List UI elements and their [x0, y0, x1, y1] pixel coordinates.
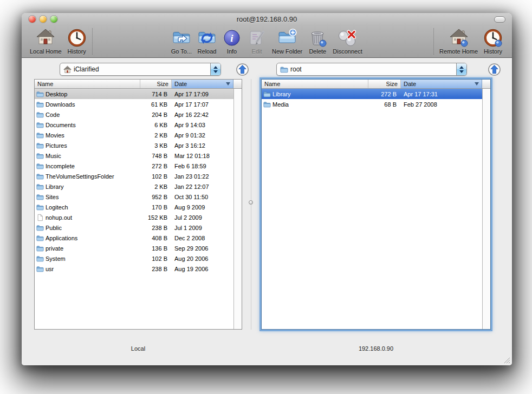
reload-button[interactable]: Reload: [194, 28, 219, 55]
file-date: Aug 9 2009: [172, 204, 233, 211]
house-icon: [36, 28, 55, 48]
home-icon: [63, 65, 72, 74]
history-button[interactable]: History: [64, 28, 89, 55]
file-row[interactable]: Movies2 KBApr 9 01:32: [35, 130, 233, 140]
file-name: Code: [46, 111, 60, 118]
close-button[interactable]: [29, 16, 36, 23]
toolbar-item-label: Remote Home: [439, 48, 478, 55]
file-date: Jan 23 01:22: [172, 173, 233, 180]
titlebar[interactable]: root@192.168.0.90: [22, 13, 512, 25]
file-name: Downloads: [46, 101, 75, 108]
file-row[interactable]: Library272 BApr 17 17:31: [262, 89, 482, 99]
folder-icon: [36, 132, 44, 139]
edit-icon: [247, 28, 267, 48]
file-row[interactable]: Library2 KBJan 22 12:07: [35, 181, 233, 192]
pane-divider-grabber[interactable]: [249, 200, 253, 205]
file-row[interactable]: Incomplete272 BFeb 6 18:59: [35, 161, 233, 171]
file-size: 152 KB: [140, 214, 172, 221]
toolbar-item-label: Reload: [198, 48, 217, 55]
file-row[interactable]: Code204 BApr 16 22:42: [35, 109, 233, 120]
file-date: Oct 30 11:50: [172, 194, 233, 200]
file-name: System: [46, 255, 66, 262]
window-title: root@192.168.0.90: [22, 15, 512, 23]
minimize-button[interactable]: [40, 16, 47, 23]
folder-goto-icon: [172, 28, 191, 48]
file-row[interactable]: Downloads61 KBApr 17 17:07: [35, 99, 233, 109]
local-home-button[interactable]: Local Home: [27, 28, 64, 55]
zoom-button[interactable]: [50, 16, 57, 23]
folder-icon: [280, 65, 288, 74]
column-header-name[interactable]: Name: [35, 80, 140, 88]
remote-up-directory-button[interactable]: [488, 63, 501, 76]
remote-path-select[interactable]: root: [276, 63, 467, 76]
local-path-value: iClarified: [74, 65, 210, 73]
remote-file-list: Library272 BApr 17 17:31Media68 BFeb 27 …: [262, 89, 482, 329]
file-size: 748 B: [140, 153, 172, 159]
folder-icon: [36, 245, 44, 252]
content-area: iClarified root Name Size Date Desktop71…: [22, 58, 512, 365]
new-folder-button[interactable]: New Folder: [269, 28, 305, 55]
column-header-name[interactable]: Name: [262, 80, 368, 88]
folder-icon: [36, 203, 44, 211]
file-size: 2 KB: [140, 183, 172, 190]
disconnect-button[interactable]: Disconnect: [330, 28, 365, 55]
local-file-list: Desktop714 BApr 17 17:09Downloads61 KBAp…: [35, 89, 233, 329]
edit-button[interactable]: Edit: [244, 28, 269, 55]
folder-icon: [36, 224, 44, 232]
file-row[interactable]: Desktop714 BApr 17 17:09: [35, 89, 233, 99]
file-row[interactable]: Public238 BJul 1 2009: [35, 222, 233, 233]
column-header-date[interactable]: Date: [172, 80, 233, 88]
file-row[interactable]: Music748 BMar 12 01:18: [35, 150, 233, 161]
history-button[interactable]: History: [481, 28, 505, 55]
go-to-button[interactable]: Go To...: [168, 28, 194, 55]
folder-icon: [36, 173, 44, 180]
toolbar-toggle-button[interactable]: [494, 16, 505, 23]
local-path-select[interactable]: iClarified: [60, 63, 221, 76]
scrollbar-header-spacer: [482, 80, 490, 88]
file-row[interactable]: Sites952 BOct 30 11:50: [35, 192, 233, 202]
file-name: Sites: [46, 194, 59, 200]
file-row[interactable]: TheVolumeSettingsFolder102 BJan 23 01:22: [35, 171, 233, 181]
file-row[interactable]: Pictures3 KBApr 3 16:12: [35, 140, 233, 150]
folder-reload-icon: [197, 28, 217, 48]
resize-grip[interactable]: [502, 356, 510, 364]
column-header-date-label: Date: [404, 81, 416, 87]
file-row[interactable]: System102 BAug 20 2006: [35, 253, 233, 264]
folder-icon: [263, 90, 271, 98]
file-row[interactable]: Applications408 BDec 2 2008: [35, 233, 233, 243]
remote-pane-label: 192.168.0.90: [261, 345, 491, 352]
delete-button[interactable]: Delete: [305, 28, 330, 55]
file-name: Pictures: [46, 142, 67, 149]
file-size: 272 B: [140, 163, 172, 169]
column-header-date[interactable]: Date: [401, 80, 482, 88]
toolbar-separator: [92, 28, 93, 55]
file-row[interactable]: Logitech170 BAug 9 2009: [35, 202, 233, 212]
file-row[interactable]: nohup.out152 KBJul 2 2009: [35, 212, 233, 222]
file-name: Incomplete: [46, 163, 75, 169]
house-remote-icon: [449, 28, 469, 48]
file-row[interactable]: Documents6 KBApr 9 14:03: [35, 120, 233, 130]
file-date: Dec 2 2008: [172, 235, 233, 241]
toolbar-item-label: Disconnect: [333, 48, 362, 55]
folder-icon: [36, 162, 44, 170]
file-name: Desktop: [46, 91, 67, 97]
file-row[interactable]: Media68 BFeb 27 2008: [262, 99, 482, 109]
remote-scrollbar-track[interactable]: [482, 89, 490, 329]
stepper-icon: [456, 63, 466, 75]
folder-icon: [36, 234, 44, 242]
toolbar-separator: [433, 28, 434, 55]
file-row[interactable]: usr238 BAug 19 2006: [35, 264, 233, 274]
stepper-icon: [210, 63, 220, 75]
local-up-directory-button[interactable]: [236, 63, 249, 76]
file-row[interactable]: private136 BSep 29 2006: [35, 243, 233, 253]
remote-home-button[interactable]: Remote Home: [437, 28, 481, 55]
file-size: 102 B: [140, 173, 172, 180]
file-date: Apr 17 17:07: [172, 101, 233, 108]
column-headers: Name Size Date: [262, 80, 490, 89]
folder-icon: [36, 255, 44, 262]
column-header-size[interactable]: Size: [140, 80, 172, 88]
info-button[interactable]: iInfo: [219, 28, 244, 55]
column-header-size[interactable]: Size: [368, 80, 401, 88]
file-size: 204 B: [140, 111, 172, 118]
local-scrollbar-track[interactable]: [233, 89, 242, 329]
